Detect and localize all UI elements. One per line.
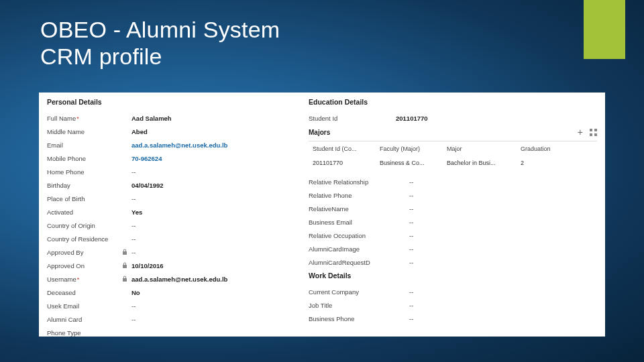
label-middle-name: Middle Name: [47, 128, 122, 135]
label-business-email: Business Email: [309, 219, 409, 226]
field-middle-name[interactable]: Middle Name Abed: [47, 125, 297, 138]
field-home-phone[interactable]: Home Phone --: [47, 165, 297, 178]
value-alumni-card: --: [131, 316, 297, 323]
field-business-phone[interactable]: Business Phone --: [309, 312, 597, 325]
label-full-name: Full Name*: [47, 115, 122, 122]
slide-title-line2: CRM profile: [40, 43, 280, 70]
value-job-title: --: [409, 302, 597, 309]
field-relative-relationship[interactable]: Relative Relationship --: [309, 175, 597, 188]
field-alumni-card[interactable]: Alumni Card --: [47, 312, 297, 326]
value-activated: Yes: [131, 208, 297, 216]
field-deceased[interactable]: Deceased No: [47, 286, 297, 299]
field-relative-name[interactable]: RelativeName --: [309, 202, 597, 215]
label-majors: Majors: [309, 129, 396, 136]
lock-icon: [122, 249, 131, 255]
label-student-id: Student Id: [309, 115, 396, 122]
field-country-origin[interactable]: Country of Origin --: [47, 219, 297, 232]
grid-view-icon[interactable]: [590, 129, 597, 136]
col-faculty[interactable]: Faculty (Major): [376, 145, 443, 152]
required-asterisk: *: [77, 276, 80, 283]
field-phone-type[interactable]: Phone Type: [47, 326, 297, 337]
field-activated[interactable]: Activated Yes: [47, 205, 297, 219]
field-mobile[interactable]: Mobile Phone 70-962624: [47, 152, 297, 165]
value-approved-on: 10/10/2016: [131, 262, 297, 269]
col-major[interactable]: Major: [443, 145, 517, 152]
field-usek-email[interactable]: Usek Email --: [47, 299, 297, 312]
value-country-residence: --: [131, 235, 297, 243]
field-job-title[interactable]: Job Title --: [309, 298, 597, 312]
field-birthday[interactable]: Birthday 04/04/1992: [47, 178, 297, 192]
majors-header: Majors +: [309, 125, 597, 139]
value-usek-email: --: [131, 302, 297, 310]
slide-title-line1: OBEO - Alumni System: [40, 17, 280, 42]
label-relative-occupation: Relative Occupation: [309, 232, 409, 239]
label-usek-email: Usek Email: [47, 302, 122, 310]
value-current-company: --: [409, 288, 597, 296]
value-alumni-card-image: --: [409, 245, 597, 253]
value-relative-name: --: [409, 205, 597, 213]
label-business-phone: Business Phone: [309, 315, 409, 322]
education-work-section: Education Details Student Id 201101770 M…: [309, 98, 597, 337]
field-alumni-card-request[interactable]: AlumniCardRequestD --: [309, 255, 597, 269]
label-deceased: Deceased: [47, 289, 122, 296]
col-student-id[interactable]: Student Id (Co...: [309, 145, 376, 152]
label-place-of-birth: Place of Birth: [47, 195, 122, 202]
value-home-phone: --: [131, 168, 297, 176]
field-student-id[interactable]: Student Id 201101770: [309, 111, 597, 125]
value-mobile[interactable]: 70-962624: [131, 155, 297, 162]
label-job-title: Job Title: [309, 302, 409, 309]
label-alumni-card-request: AlumniCardRequestD: [309, 259, 409, 266]
label-country-origin: Country of Origin: [47, 222, 122, 229]
value-relative-phone: --: [409, 192, 597, 199]
value-deceased: No: [131, 289, 297, 296]
field-email[interactable]: Email aad.a.salameh@net.usek.edu.lb: [47, 138, 297, 152]
value-alumni-card-request: --: [409, 259, 597, 266]
label-relative-name: RelativeName: [309, 205, 409, 213]
value-business-phone: --: [409, 315, 597, 322]
value-relative-relationship: --: [409, 178, 597, 186]
majors-table: Student Id (Co... Faculty (Major) Major …: [309, 141, 597, 170]
label-activated: Activated: [47, 208, 122, 216]
label-approved-on: Approved On: [47, 262, 122, 269]
field-approved-by[interactable]: Approved By --: [47, 245, 297, 259]
cell-faculty: Business & Co...: [376, 160, 443, 166]
field-country-residence[interactable]: Country of Residence --: [47, 232, 297, 245]
field-current-company[interactable]: Current Company --: [309, 285, 597, 298]
value-username: aad.a.salameh@net.usek.edu.lb: [131, 276, 297, 283]
label-country-residence: Country of Residence: [47, 235, 122, 243]
field-business-email[interactable]: Business Email --: [309, 215, 597, 229]
label-mobile: Mobile Phone: [47, 155, 122, 162]
col-graduation[interactable]: Graduation: [517, 145, 597, 152]
lock-icon: [122, 276, 131, 282]
label-current-company: Current Company: [309, 288, 409, 296]
personal-details-section: Personal Details Full Name* Aad Salameh …: [47, 98, 297, 337]
value-country-origin: --: [131, 222, 297, 229]
value-full-name: Aad Salameh: [131, 115, 297, 122]
slide-accent-bar: [584, 0, 625, 59]
majors-table-head: Student Id (Co... Faculty (Major) Major …: [309, 141, 597, 156]
field-alumni-card-image[interactable]: AlumniCardImage --: [309, 242, 597, 255]
field-username[interactable]: Username* aad.a.salameh@net.usek.edu.lb: [47, 272, 297, 286]
field-relative-phone[interactable]: Relative Phone --: [309, 188, 597, 202]
value-email[interactable]: aad.a.salameh@net.usek.edu.lb: [131, 141, 297, 149]
label-alumni-card-image: AlumniCardImage: [309, 245, 409, 253]
required-asterisk: *: [76, 115, 79, 122]
cell-major: Bachelor in Busi...: [443, 160, 517, 166]
slide-title: OBEO - Alumni System CRM profile: [40, 16, 280, 70]
table-row[interactable]: 201101770 Business & Co... Bachelor in B…: [309, 156, 597, 170]
crm-panel: Personal Details Full Name* Aad Salameh …: [39, 93, 605, 337]
value-place-of-birth: --: [131, 195, 297, 202]
label-alumni-card: Alumni Card: [47, 316, 122, 323]
cell-graduation: 2: [517, 160, 597, 166]
personal-details-heading: Personal Details: [47, 98, 297, 106]
value-approved-by: --: [131, 249, 297, 256]
value-student-id: 201101770: [396, 115, 597, 122]
label-username: Username*: [47, 276, 122, 283]
work-details-heading: Work Details: [309, 272, 597, 280]
field-relative-occupation[interactable]: Relative Occupation --: [309, 229, 597, 242]
field-approved-on[interactable]: Approved On 10/10/2016: [47, 259, 297, 272]
field-place-of-birth[interactable]: Place of Birth --: [47, 192, 297, 205]
field-full-name[interactable]: Full Name* Aad Salameh: [47, 111, 297, 125]
add-major-button[interactable]: +: [578, 127, 583, 137]
value-relative-occupation: --: [409, 232, 597, 239]
